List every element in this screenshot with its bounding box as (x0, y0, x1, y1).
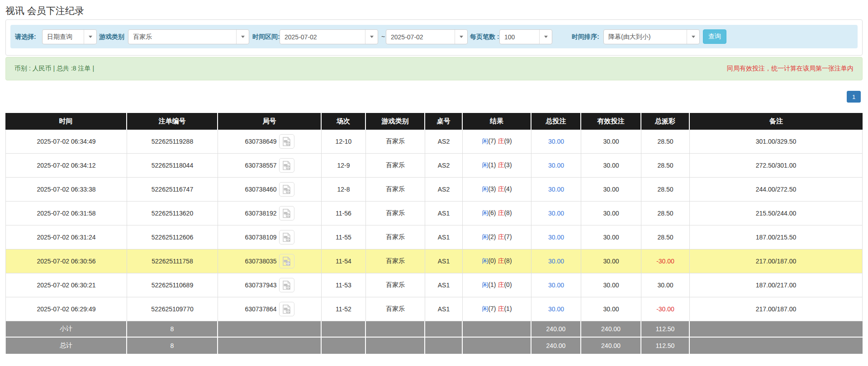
chevron-down-icon (539, 30, 552, 44)
summary-row: 小计 8 240.00 240.00 112.50 (5, 321, 863, 338)
footer-count: 8 (127, 338, 218, 354)
filter-bar: 请选择: 日期查询 游戏类别 百家乐 时间区间: 2025-07-02 ~ 20… (10, 25, 858, 48)
cell-bet-id: 522625119288 (127, 130, 218, 154)
result-player: 闲 (482, 257, 488, 264)
cell-payout: -30.00 (641, 249, 690, 273)
cell-table-no: AS1 (425, 249, 463, 273)
cell-game-type: 百家乐 (366, 154, 425, 178)
result-banker-points: (3) (504, 161, 512, 169)
col-header-bet-id: 注单编号 (127, 113, 218, 130)
total-bet-link[interactable]: 30.00 (548, 305, 564, 313)
cell-table-no: AS1 (425, 202, 463, 225)
total-bet-link[interactable]: 30.00 (548, 162, 564, 169)
cell-valid-bet: 30.00 (581, 202, 641, 225)
col-header-total-bet: 总投注 (531, 113, 581, 130)
page-size-select[interactable]: 100 (499, 29, 552, 44)
cell-total-bet: 30.00 (531, 225, 581, 249)
result-player: 闲 (482, 281, 488, 288)
page-size-value: 100 (500, 33, 539, 41)
table-header: 时间 注单编号 局号 场次 游戏类别 桌号 结果 总投注 有效投注 总派彩 备注 (5, 113, 863, 130)
result-player-points: (6) (488, 209, 496, 216)
cell-bet-id: 522625118044 (127, 154, 218, 178)
result-player: 闲 (482, 209, 488, 216)
date-to-select[interactable]: 2025-07-02 (386, 29, 468, 44)
page-size-label: 每页笔数 : (470, 25, 499, 48)
result-banker: 庄 (498, 305, 504, 312)
result-player: 闲 (482, 137, 488, 145)
cell-time: 2025-07-02 06:31:58 (5, 202, 127, 225)
cell-session: 12-8 (322, 178, 366, 202)
cell-game-type: 百家乐 (366, 130, 425, 154)
cell-game-type: 百家乐 (366, 273, 425, 297)
game-type-value: 百家乐 (128, 33, 236, 41)
footer-payout: 112.50 (641, 321, 690, 338)
query-mode-select[interactable]: 日期查询 (42, 29, 97, 44)
total-bet-link[interactable]: 30.00 (548, 210, 564, 217)
cell-remark: 187.00/215.50 (690, 225, 863, 249)
cell-total-bet: 30.00 (531, 202, 581, 225)
records-table: 时间 注单编号 局号 场次 游戏类别 桌号 结果 总投注 有效投注 总派彩 备注… (5, 113, 863, 354)
cell-round-id: 630738109 (218, 225, 322, 249)
search-button[interactable]: 查询 (703, 29, 726, 44)
game-type-select[interactable]: 百家乐 (128, 29, 249, 44)
cell-session: 11-54 (322, 249, 366, 273)
time-range-label: 时间区间: (252, 25, 280, 48)
cell-time: 2025-07-02 06:34:49 (5, 130, 127, 154)
date-from-value: 2025-07-02 (280, 33, 365, 41)
result-banker-points: (9) (504, 137, 512, 145)
date-from-select[interactable]: 2025-07-02 (280, 29, 378, 44)
result-banker: 庄 (498, 185, 504, 192)
cell-table-no: AS2 (425, 178, 463, 202)
pagination: 1 (5, 91, 863, 103)
cell-payout: -30.00 (641, 297, 690, 321)
cell-valid-bet: 30.00 (581, 154, 641, 178)
round-id-value: 630738109 (245, 234, 276, 241)
footer-count: 8 (127, 321, 218, 338)
cell-remark: 272.50/301.00 (690, 154, 863, 178)
cell-result: 闲(0) 庄(8) (463, 249, 531, 273)
cell-table-no: AS1 (425, 273, 463, 297)
cell-payout: 28.50 (641, 130, 690, 154)
video-snapshot-button[interactable] (279, 254, 294, 268)
video-snapshot-button[interactable] (279, 134, 294, 149)
film-snapshot-icon (281, 256, 292, 267)
film-snapshot-icon (281, 232, 292, 243)
total-bet-link[interactable]: 30.00 (548, 186, 564, 193)
video-snapshot-button[interactable] (279, 206, 294, 221)
col-header-session: 场次 (322, 113, 366, 130)
pagination-page-1[interactable]: 1 (847, 91, 861, 103)
result-banker-points: (8) (504, 209, 512, 216)
result-player: 闲 (482, 161, 488, 169)
table-body: 2025-07-02 06:34:49 522625119288 6307386… (5, 130, 863, 321)
sort-value: 降幕(由大到小) (604, 33, 687, 41)
result-banker-points: (0) (504, 281, 512, 288)
col-header-result: 结果 (463, 113, 531, 130)
footer-total-bet: 240.00 (531, 321, 581, 338)
result-banker-points: (4) (504, 185, 512, 192)
result-player-points: (3) (488, 185, 496, 192)
cell-total-bet: 30.00 (531, 273, 581, 297)
video-snapshot-button[interactable] (279, 182, 294, 197)
cell-game-type: 百家乐 (366, 249, 425, 273)
sort-select[interactable]: 降幕(由大到小) (603, 29, 700, 44)
game-type-label: 游戏类别 (99, 25, 124, 48)
result-banker: 庄 (498, 209, 504, 216)
cell-valid-bet: 30.00 (581, 273, 641, 297)
video-snapshot-button[interactable] (279, 230, 294, 244)
cell-result: 闲(1) 庄(3) (463, 154, 531, 178)
cell-game-type: 百家乐 (366, 225, 425, 249)
cell-payout: 30.00 (641, 273, 690, 297)
total-bet-link[interactable]: 30.00 (548, 258, 564, 265)
cell-round-id: 630737864 (218, 297, 322, 321)
total-bet-link[interactable]: 30.00 (548, 234, 564, 241)
cell-round-id: 630738192 (218, 202, 322, 225)
cell-round-id: 630737943 (218, 273, 322, 297)
table-row: 2025-07-02 06:31:58 522625113620 6307381… (5, 202, 863, 225)
col-header-time: 时间 (5, 113, 127, 130)
total-bet-link[interactable]: 30.00 (548, 138, 564, 145)
round-id-value: 630738460 (245, 186, 276, 193)
video-snapshot-button[interactable] (279, 302, 294, 316)
video-snapshot-button[interactable] (279, 158, 294, 173)
video-snapshot-button[interactable] (279, 278, 294, 292)
total-bet-link[interactable]: 30.00 (548, 282, 564, 289)
